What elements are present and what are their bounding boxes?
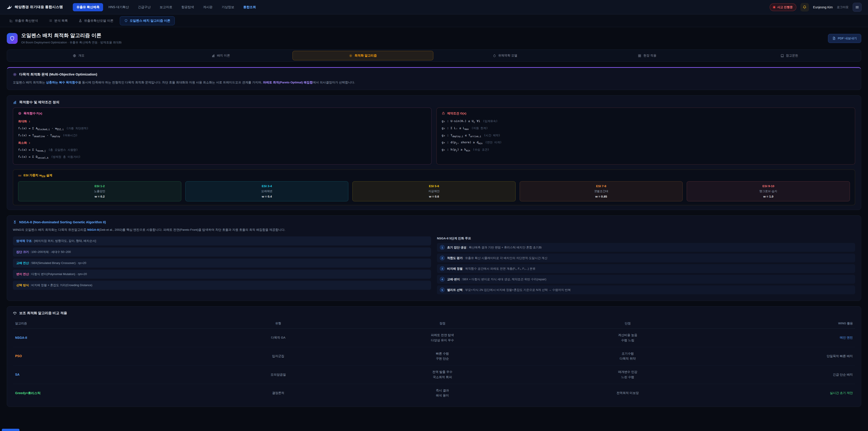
algorithm-row: PSO입자군집빠른 수렴구현 단순조기수렴다목적 취약단일목적 빠른 배치 <box>13 347 855 366</box>
subtab-label: 오일펜스 배치 알고리즘 이론 <box>130 19 170 23</box>
pdf-export-button[interactable]: PDF 내보내기 <box>828 34 861 43</box>
subtab-1[interactable]: 유출유 확산분석 <box>5 16 42 25</box>
moo-paragraph: 오일펜스 배치 최적화는 상충하는 복수 목적함수를 동시에 만족해야 하는 전… <box>13 80 855 85</box>
esi-weight-card: ESI 1-2노출암반w = 0.2 <box>18 181 181 202</box>
target-icon <box>18 112 22 115</box>
algorithm-type: 다목적 GA <box>207 329 350 347</box>
section-tab-3[interactable]: 최적화 알고리즘 <box>292 51 434 60</box>
shield-icon <box>9 36 15 41</box>
constraint-panel-title: 제약조건 G(x) <box>447 112 466 116</box>
nsga-card: NSGA-II (Non-dominated Sorting Genetic A… <box>7 215 861 301</box>
wave-icon <box>18 174 22 177</box>
list-icon <box>49 19 52 22</box>
algorithm-cons: 조기수렴다목적 취약 <box>535 347 720 366</box>
chart-scatter-icon <box>9 19 13 22</box>
step-text: 초기 집단 생성 : 확산예측 결과 기반 랜덤 + 휴리스틱 배치안 혼합 초… <box>447 245 542 249</box>
shield-badge <box>7 33 18 44</box>
navbar-right: 사고 진행중 Eunjeong Kim 로그아웃 <box>770 3 862 12</box>
section-tab-2[interactable]: 배치 이론 <box>150 51 291 60</box>
esi-panel-title: ESI 가중치 wESI 설계 <box>24 173 52 178</box>
notifications-button[interactable] <box>800 3 809 11</box>
column-header: 알고리즘 <box>13 318 207 329</box>
highlight-text: 파레토 최적(Pareto Optimal) 해집합 <box>263 81 313 84</box>
extremum-label: 최대화 : <box>18 118 426 125</box>
extremum-label: 최소화 : <box>18 139 426 147</box>
page-header: 오일펜스 배치 최적화 알고리즘 이론 Oil Boom Deployment … <box>0 27 868 49</box>
formula-line: f₂(x) = Tdeadline - Tdeploy(여유시간) <box>18 132 426 139</box>
algorithm-type: 모의담금질 <box>207 366 350 384</box>
constraint-panel: 제약조건 G(x) g₁ : U·sin(θᵢ) ≤ Uc ∀i(임계유속)g₂… <box>436 107 855 164</box>
section-tab-4[interactable]: 유체역학 모델 <box>434 51 576 60</box>
section-tab-label: 배치 이론 <box>217 54 230 58</box>
nav-item-1[interactable]: 유출유 확산예측 <box>73 3 103 11</box>
nsga-param-row: 교배 연산 : SBX(Simulated Binary Crossover) … <box>13 258 431 268</box>
esi-shore-type: 갯벌조간대 <box>522 189 681 193</box>
section-tab-5[interactable]: 현장 적용 <box>577 51 718 60</box>
formula-line: f₃(x) = Σ Lboom,j(총 오일펜스 사용량) <box>18 147 426 154</box>
subtab-2[interactable]: 분석 목록 <box>44 16 72 25</box>
esi-weight-value: w = 0.4 <box>187 195 346 198</box>
algorithm-name: NSGA-II <box>15 336 27 339</box>
gear-icon <box>349 54 352 57</box>
chart-bar-icon <box>212 54 215 57</box>
nav-item-5[interactable]: 항공탐색 <box>178 3 197 11</box>
subtab-bar: 유출유 확산분석분석 목록유출유확산모델 이론오일펜스 배치 알고리즘 이론 <box>0 14 868 27</box>
formula-note: (여유시간) <box>63 133 78 137</box>
nav-item-8[interactable]: 통합조회 <box>240 3 259 11</box>
column-header: 단점 <box>535 318 720 329</box>
hamburger-menu-button[interactable] <box>852 3 862 12</box>
esi-cards-row: ESI 1-2노출암반w = 0.2ESI 3-4모래해변w = 0.4ESI … <box>18 181 850 202</box>
nav-item-4[interactable]: 보고자료 <box>156 3 176 11</box>
formula-line: g₅ : h(pj) ≥ hmin(수심 조건) <box>442 146 850 153</box>
algorithm-cons: 전역최적 미보장 <box>535 384 720 402</box>
nsga-title: NSGA-II (Non-dominated Sorting Genetic A… <box>19 220 106 224</box>
section-tab-6[interactable]: 참고문헌 <box>719 51 860 60</box>
nav-item-3[interactable]: 긴급구난 <box>134 3 154 11</box>
esi-shore-type: 자갈해안 <box>354 189 514 193</box>
subtab-4[interactable]: 오일펜스 배치 알고리즘 이론 <box>120 16 175 25</box>
column-header: 유형 <box>207 318 350 329</box>
bottom-scroll-indicator[interactable] <box>2 429 20 431</box>
subtab-3[interactable]: 유출유확산모델 이론 <box>74 16 118 25</box>
nav-item-6[interactable]: 게시판 <box>199 3 216 11</box>
incident-status-badge[interactable]: 사고 진행중 <box>770 3 796 11</box>
algorithm-name: Greedy+휴리스틱 <box>15 391 40 395</box>
nsga-param-row: 선택 방식 : 비지배 정렬 + 혼잡도 거리(Crowding Distanc… <box>13 281 431 290</box>
nsga-param-row: 집단 크기 : 100~200개체 · 세대수 50~200 <box>13 247 431 256</box>
step-number-badge: 4 <box>440 277 445 282</box>
section-tab-label: 최적화 알고리즘 <box>354 54 377 58</box>
comparison-title: 보조 최적화 알고리즘 비교 적용 <box>19 311 67 315</box>
shield-icon <box>124 19 128 22</box>
constraint-formulas: g₁ : U·sin(θᵢ) ≤ Uc ∀i(임계유속)g₂ : Σ Lⱼ ≤ … <box>442 118 850 153</box>
nsga-params-list: 염색체 구조 : [배치지점 위치, 방향각도, 길이, 형태, 배치순서]집단… <box>13 237 431 296</box>
lock-icon <box>442 112 445 115</box>
column-header: 장점 <box>350 318 535 329</box>
step-text: 교배·변이 : SBX + 다항식 변이로 자식 세대 생성, 제약조건 위반 … <box>447 277 546 281</box>
incident-label: 사고 진행중 <box>777 5 793 9</box>
algorithm-cons: 계산비용 높음수렴 느림 <box>535 329 720 347</box>
subtab-label: 유출유확산모델 이론 <box>84 19 114 23</box>
brand[interactable]: 해양환경 위기대응 통합시스템 <box>6 4 63 10</box>
book-icon <box>780 54 784 57</box>
highlight-text: NSGA-II <box>87 228 99 232</box>
step-text: 엘리트 선택 : 부모+자식 2N 집단에서 비지배 정렬+혼잡도 기준으로 N… <box>447 288 571 292</box>
page-title: 오일펜스 배치 최적화 알고리즘 이론 <box>21 32 122 39</box>
formula-line: g₄ : d(pj, shore) ≥ dmin(연안 이격) <box>442 139 850 146</box>
grid-icon <box>638 54 641 57</box>
algorithm-comparison-table: 알고리즘유형장점단점WING 활용 NSGA-II다목적 GA파레토 전면 탐색… <box>13 318 855 402</box>
nsga-param-row: 변이 연산 : 다항식 변이(Polynomial Mutation) · ηm… <box>13 270 431 279</box>
section-tab-1[interactable]: 개요 <box>8 51 149 60</box>
nsga-step-row: 4교배·변이 : SBX + 다항식 변이로 자식 세대 생성, 제약조건 위반… <box>437 275 855 284</box>
esi-range: ESI 7-8 <box>522 184 681 188</box>
esi-range: ESI 1-2 <box>20 184 179 188</box>
logout-link[interactable]: 로그아웃 <box>837 5 848 9</box>
nav-item-7[interactable]: 기상정보 <box>218 3 238 11</box>
formula-note: (가중 차단면적) <box>66 127 89 130</box>
nav-item-2[interactable]: HNS·대기확산 <box>105 3 132 11</box>
objective-panel-title: 목적함수 F(x) <box>24 112 42 116</box>
main-nav: 유출유 확산예측HNS·대기확산긴급구난보고자료항공탐색게시판기상정보통합조회 <box>73 3 760 11</box>
esi-weight-value: w = 0.6 <box>354 195 514 198</box>
formula-note: (연안 이격) <box>485 141 502 144</box>
step-number-badge: 1 <box>440 245 445 250</box>
multi-objective-intro-card: 다목적 최적화 문제 (Multi-Objective Optimization… <box>7 67 861 90</box>
